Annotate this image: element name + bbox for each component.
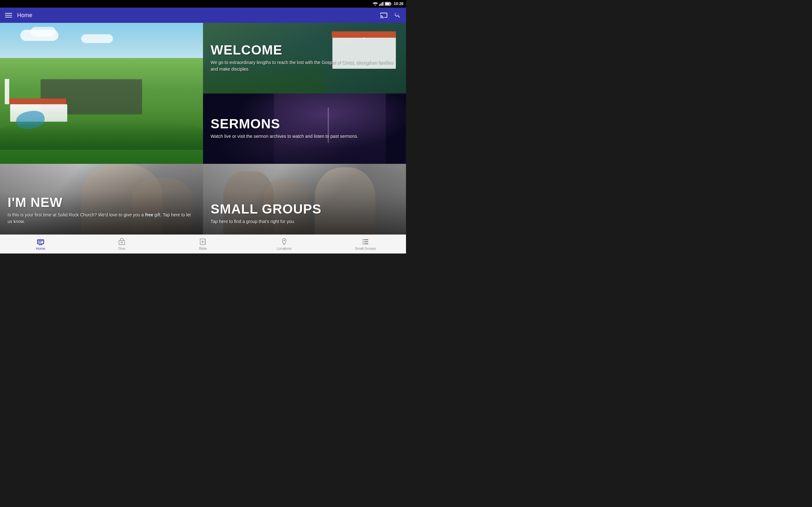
church-building-main [10,104,67,122]
fields-bg [0,58,203,164]
church-roof-main [8,99,66,104]
svg-rect-2 [380,4,380,6]
status-bar: 10:26 [0,0,406,8]
svg-rect-5 [383,2,384,6]
status-bar-right: 10:26 [373,2,403,6]
nav-item-smallgroups[interactable]: Small Groups [325,235,406,253]
tile-welcome[interactable]: WELCOME We go to extraordinary lengths t… [203,23,406,94]
welcome-roof [332,32,396,38]
svg-rect-27 [362,243,363,244]
main-content: WELCOME We go to extraordinary lengths t… [0,23,406,234]
nav-item-give[interactable]: Give [81,235,162,253]
cloud-1b [31,27,56,37]
parking-lot [41,79,142,114]
nav-label-home: Home [36,246,45,250]
nav-label-bible: Bible [199,246,207,250]
svg-rect-17 [121,242,122,243]
hamburger-menu[interactable] [5,13,12,17]
cast-icon[interactable] [380,12,388,18]
trees-foreground [0,122,203,150]
welcome-text: WELCOME We go to extraordinary lengths t… [211,43,398,72]
time-display: 10:26 [394,2,403,6]
give-icon [118,238,125,245]
new-text: I'M NEW Is this is your first time at So… [8,196,195,225]
bible-icon [199,238,207,245]
small-groups-heading: SMALL GROUPS [211,203,398,216]
new-body-bold: free [145,212,153,217]
svg-rect-3 [381,3,382,6]
nav-icons [380,12,401,19]
small-groups-body: Tap here to find a group that's right fo… [211,218,398,225]
sermons-heading: SERMONS [211,117,398,130]
welcome-body: We go to extraordinary lengths to reach … [211,59,398,72]
church-tower [5,79,9,104]
new-body: Is this is your first time at Solid Rock… [8,212,195,225]
home-icon [37,238,44,245]
nav-item-home[interactable]: Home [0,235,81,253]
wifi-icon [373,2,378,6]
bottom-nav: Home Give Bible Locations [0,234,406,253]
nav-title: Home [17,12,380,19]
svg-rect-4 [382,2,383,6]
svg-rect-28 [364,243,368,244]
nav-item-locations[interactable]: Locations [244,235,325,253]
top-nav-bar: Home [0,8,406,23]
svg-rect-24 [364,239,368,240]
svg-rect-25 [362,241,363,242]
svg-rect-11 [38,242,41,242]
nav-label-locations: Locations [276,246,292,250]
tile-small-groups[interactable]: SMALL GROUPS Tap here to find a group th… [203,164,406,234]
battery-icon [385,2,392,6]
tile-sermons[interactable]: SERMONS Watch live or visit the sermon a… [203,94,406,164]
signal-icon [379,2,384,6]
new-heading: I'M NEW [8,196,195,209]
welcome-heading: WELCOME [211,43,398,57]
small-groups-text: SMALL GROUPS Tap here to find a group th… [211,203,398,225]
svg-rect-23 [362,239,363,240]
svg-point-0 [375,5,376,6]
nav-label-give: Give [118,246,125,250]
cloud-2 [81,34,113,43]
svg-rect-1 [379,4,380,6]
svg-rect-8 [386,3,390,5]
nav-item-bible[interactable]: Bible [162,235,244,253]
nav-label-smallgroups: Small Groups [355,246,376,250]
water-feature [15,109,46,131]
sermons-body: Watch live or visit the sermon archives … [211,133,398,140]
new-body-prefix: Is this is your first time at Solid Rock… [8,212,145,217]
svg-point-22 [284,240,285,241]
svg-rect-26 [364,241,368,242]
location-icon [281,238,288,245]
search-icon[interactable] [394,12,401,19]
tile-church-aerial[interactable] [0,23,203,164]
list-icon [362,238,369,245]
sermons-text: SERMONS Watch live or visit the sermon a… [211,117,398,140]
svg-rect-7 [391,3,392,5]
tile-new[interactable]: I'M NEW Is this is your first time at So… [0,164,203,234]
svg-rect-10 [38,240,43,241]
svg-rect-16 [119,240,125,245]
